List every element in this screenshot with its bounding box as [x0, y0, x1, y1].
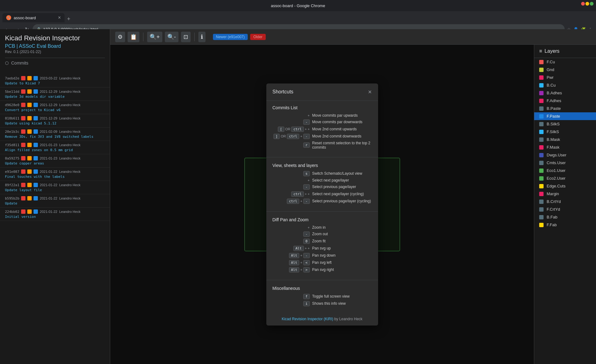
layer-item[interactable]: Dwgs.User	[534, 151, 596, 159]
layer-color-swatch	[539, 169, 544, 173]
commit-badge-red	[21, 156, 25, 160]
layer-name: Margin	[547, 191, 559, 196]
shortcut-row: ctrl+-Select previous page/layer (cyclin…	[273, 199, 372, 204]
layer-item[interactable]: Edge.Cuts	[534, 182, 596, 190]
layer-name: Cmts.User	[547, 160, 566, 165]
kiri-link[interactable]: Kicad Revision Inspector (KiRI)	[282, 317, 333, 321]
shortcut-keys: Alt+>	[273, 267, 310, 272]
commit-item[interactable]: 7aebd2e 2023-03-22 Leandro Heck Update t…	[0, 74, 110, 88]
layer-item[interactable]: Eco2.User	[534, 174, 596, 182]
shortcut-row: Alt+<Pan svg left	[273, 260, 372, 265]
layer-name: B.CrtYd	[547, 199, 561, 204]
layer-color-swatch	[539, 60, 544, 64]
commit-item[interactable]: 0a59275 2021-01-23 Leandro Heck Update c…	[0, 154, 110, 168]
modal-close-button[interactable]: ×	[368, 88, 372, 96]
layer-item[interactable]: B.Paste	[534, 105, 596, 112]
commit-badge-blue	[34, 89, 38, 94]
layer-color-swatch	[539, 122, 544, 126]
layer-item[interactable]: Cmts.User	[534, 159, 596, 167]
layer-item[interactable]: F.CrtYd	[534, 205, 596, 213]
commit-date: 2021-12-29	[40, 103, 57, 107]
commit-item[interactable]: b595b2b 2021-01-22 Leandro Heck Update	[0, 194, 110, 208]
layer-item[interactable]: B.CrtYd	[534, 198, 596, 205]
canvas-area[interactable]: ASSoC Eval Board Shortcuts × Commits Lis…	[110, 45, 534, 364]
main-toolbar: ⚙ 📋 🔍+ 🔍- ⊡ ℹ Newer (e91e007) Older	[110, 29, 596, 45]
layer-item[interactable]: B.Adhes	[534, 89, 596, 97]
chrome-frame: assoc-board - Google Chrome 🔧 assoc-boar…	[0, 0, 596, 29]
commit-item[interactable]: f35d811 2021-01-23 Leandro Heck Align fi…	[0, 141, 110, 154]
layer-item[interactable]: B.Cu	[534, 81, 596, 89]
window-maximize[interactable]	[590, 2, 594, 6]
new-tab-button[interactable]: +	[65, 16, 73, 22]
diff-badges: Newer (e91e007) Older	[213, 34, 266, 40]
newer-badge[interactable]: Newer (e91e007)	[213, 34, 248, 40]
keyboard-key: ctrl	[291, 191, 304, 197]
keyboard-key: r	[303, 142, 310, 148]
shortcut-keys: +	[273, 178, 310, 182]
layers-title: ≡ Layers	[534, 45, 596, 58]
layer-name: F.Cu	[547, 60, 555, 64]
chrome-tab-active[interactable]: 🔧 assoc-board ×	[2, 13, 65, 22]
zoom-out-button[interactable]: 🔍-	[165, 32, 178, 42]
commit-item[interactable]: 010b611 2021-12-29 Leandro Heck Update u…	[0, 114, 110, 128]
layer-item[interactable]: F.SilkS	[534, 128, 596, 136]
tab-close-button[interactable]: ×	[58, 15, 61, 20]
section-title: Diff Pan and Zoom	[273, 217, 372, 222]
layer-item[interactable]: F.Adhes	[534, 97, 596, 105]
layer-item[interactable]: B.Mask	[534, 136, 596, 143]
commit-badge-red	[21, 89, 25, 94]
commit-author: Leandro Heck	[59, 76, 81, 80]
window-close[interactable]	[581, 2, 585, 6]
layer-color-swatch	[539, 161, 544, 165]
window-minimize[interactable]	[585, 2, 589, 6]
layer-item[interactable]: F.Fab	[534, 221, 596, 229]
layer-name: B.Adhes	[547, 91, 562, 95]
commit-item[interactable]: d9628e0 2021-12-29 Leandro Heck Convert …	[0, 101, 110, 114]
commit-item[interactable]: 89f22a1 2021-01-22 Leandro Heck Update l…	[0, 181, 110, 194]
commit-author: Leandro Heck	[59, 210, 81, 213]
key-operator: +	[305, 246, 307, 250]
layer-item[interactable]: B.SilkS	[534, 120, 596, 128]
zoom-in-button[interactable]: 🔍+	[147, 32, 162, 42]
commit-hash: f35d811	[5, 143, 19, 147]
commit-author: Leandro Heck	[59, 196, 81, 200]
keyboard-key: i	[303, 301, 310, 306]
commit-message: Update using kicad 5.1.12	[5, 121, 105, 125]
layer-item[interactable]: Margin	[534, 190, 596, 198]
settings-button[interactable]: ⚙	[115, 32, 125, 42]
commit-hash: 0a59275	[5, 156, 19, 160]
shortcut-keys: ctrl+-	[273, 199, 310, 204]
layer-color-swatch	[539, 91, 544, 95]
window-controls[interactable]	[581, 2, 594, 6]
commit-badge-blue	[34, 116, 38, 120]
layer-item[interactable]: Gnd	[534, 66, 596, 74]
keyboard-key: ctrl	[291, 127, 304, 132]
commit-author: Leandro Heck	[59, 90, 81, 93]
layer-item[interactable]: B.Fab	[534, 213, 596, 221]
layer-color-swatch	[539, 130, 544, 134]
zoom-fit-button[interactable]: ⊡	[181, 32, 191, 42]
commit-item[interactable]: 5be11dd 2021-12-29 Leandro Heck Update 3…	[0, 88, 110, 101]
layer-item[interactable]: F.Paste	[534, 112, 596, 120]
commit-date: 2021-12-29	[40, 116, 57, 120]
schematic-button[interactable]: 📋	[128, 32, 139, 42]
modal-header: Shortcuts ×	[266, 83, 378, 101]
shortcut-row: +Move commits par upwards	[273, 113, 372, 118]
layer-item[interactable]: F.Cu	[534, 58, 596, 66]
commit-item[interactable]: e91e087 2021-01-22 Leandro Heck Final to…	[0, 168, 110, 181]
keyboard-key: -	[303, 119, 310, 125]
layer-item[interactable]: F.Mask	[534, 143, 596, 151]
commits-header: ⬡ Commits	[5, 58, 105, 68]
commit-author: Leandro Heck	[59, 130, 81, 133]
older-badge[interactable]: Older	[250, 34, 265, 40]
info-button[interactable]: ℹ	[198, 32, 205, 42]
shortcut-row: rReset commit selection to the top 2 com…	[273, 141, 372, 150]
commit-item[interactable]: 224bb02 2021-01-22 Leandro Heck Initial …	[0, 208, 110, 221]
commit-item[interactable]: 20e1b3c 2021-02-09 Leandro Heck Remove 3…	[0, 128, 110, 141]
commit-hash: 7aebd2e	[5, 76, 19, 80]
layer-item[interactable]: Pwr	[534, 74, 596, 81]
layer-color-swatch	[539, 215, 544, 219]
layer-item[interactable]: Eco1.User	[534, 167, 596, 174]
toolbar-sep-1	[143, 33, 143, 41]
shortcut-description: Reset commit selection to the top 2 comm…	[312, 141, 372, 150]
